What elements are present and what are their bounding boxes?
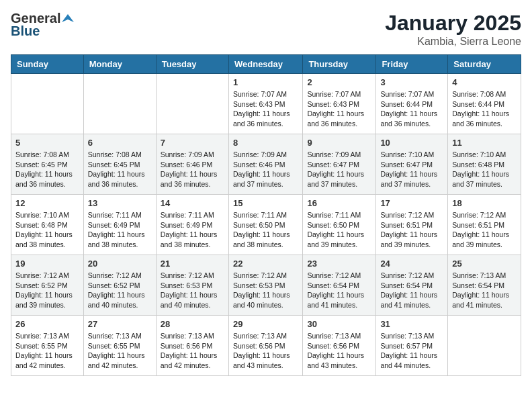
day-info: Sunrise: 7:13 AM Sunset: 6:55 PM Dayligh… [15,331,79,371]
calendar-header: January 2025 Kambia, Sierra Leone [385,11,521,48]
calendar-day-cell: 4Sunrise: 7:08 AM Sunset: 6:44 PM Daylig… [448,74,521,134]
calendar-day-cell: 19Sunrise: 7:12 AM Sunset: 6:52 PM Dayli… [11,255,84,316]
calendar-day-cell [448,316,521,376]
calendar-day-cell: 18Sunrise: 7:12 AM Sunset: 6:51 PM Dayli… [448,195,521,255]
weekday-header: Sunday [11,55,84,74]
day-info: Sunrise: 7:10 AM Sunset: 6:48 PM Dayligh… [15,210,79,250]
day-number: 24 [380,259,443,269]
day-number: 28 [161,319,224,329]
day-info: Sunrise: 7:11 AM Sunset: 6:49 PM Dayligh… [88,210,152,250]
logo: General Blue [11,11,74,39]
day-number: 2 [307,77,371,87]
day-number: 29 [233,319,298,329]
day-number: 25 [452,259,517,269]
weekday-header: Wednesday [228,55,302,74]
day-info: Sunrise: 7:12 AM Sunset: 6:51 PM Dayligh… [380,210,443,250]
day-info: Sunrise: 7:09 AM Sunset: 6:46 PM Dayligh… [233,150,298,189]
weekday-header: Monday [83,55,156,74]
calendar-title: January 2025 [385,11,521,36]
day-info: Sunrise: 7:09 AM Sunset: 6:47 PM Dayligh… [307,150,371,189]
weekday-header: Tuesday [156,55,228,74]
day-info: Sunrise: 7:12 AM Sunset: 6:52 PM Dayligh… [88,271,152,310]
calendar-day-cell: 10Sunrise: 7:10 AM Sunset: 6:47 PM Dayli… [376,134,448,195]
day-number: 10 [380,138,443,148]
day-number: 19 [15,259,79,269]
calendar-day-cell [11,74,84,134]
calendar-day-cell: 6Sunrise: 7:08 AM Sunset: 6:45 PM Daylig… [83,134,156,195]
day-info: Sunrise: 7:11 AM Sunset: 6:49 PM Dayligh… [161,210,224,250]
calendar-day-cell: 8Sunrise: 7:09 AM Sunset: 6:46 PM Daylig… [228,134,302,195]
day-number: 12 [15,198,79,208]
day-number: 21 [161,259,224,269]
day-number: 17 [380,198,443,208]
calendar-day-cell: 24Sunrise: 7:12 AM Sunset: 6:54 PM Dayli… [376,255,448,316]
day-info: Sunrise: 7:12 AM Sunset: 6:51 PM Dayligh… [452,210,517,250]
day-number: 31 [380,319,443,329]
calendar-day-cell: 13Sunrise: 7:11 AM Sunset: 6:49 PM Dayli… [83,195,156,255]
day-info: Sunrise: 7:13 AM Sunset: 6:56 PM Dayligh… [233,331,298,371]
calendar-day-cell: 21Sunrise: 7:12 AM Sunset: 6:53 PM Dayli… [156,255,228,316]
calendar-day-cell [156,74,228,134]
day-number: 8 [233,138,298,148]
day-number: 27 [88,319,152,329]
day-info: Sunrise: 7:12 AM Sunset: 6:54 PM Dayligh… [307,271,371,310]
calendar-subtitle: Kambia, Sierra Leone [385,36,521,48]
calendar-table: SundayMondayTuesdayWednesdayThursdayFrid… [11,54,521,376]
day-number: 18 [452,198,517,208]
day-info: Sunrise: 7:13 AM Sunset: 6:57 PM Dayligh… [380,331,443,371]
weekday-header-row: SundayMondayTuesdayWednesdayThursdayFrid… [11,55,521,74]
calendar-day-cell: 11Sunrise: 7:10 AM Sunset: 6:48 PM Dayli… [448,134,521,195]
day-info: Sunrise: 7:09 AM Sunset: 6:46 PM Dayligh… [161,150,224,189]
logo-bird-icon [62,13,74,25]
calendar-week-row: 19Sunrise: 7:12 AM Sunset: 6:52 PM Dayli… [11,255,521,316]
day-info: Sunrise: 7:08 AM Sunset: 6:44 PM Dayligh… [452,89,517,129]
day-number: 9 [307,138,371,148]
calendar-day-cell: 17Sunrise: 7:12 AM Sunset: 6:51 PM Dayli… [376,195,448,255]
calendar-week-row: 12Sunrise: 7:10 AM Sunset: 6:48 PM Dayli… [11,195,521,255]
calendar-day-cell: 30Sunrise: 7:13 AM Sunset: 6:56 PM Dayli… [303,316,376,376]
calendar-day-cell: 29Sunrise: 7:13 AM Sunset: 6:56 PM Dayli… [228,316,302,376]
calendar-day-cell: 20Sunrise: 7:12 AM Sunset: 6:52 PM Dayli… [83,255,156,316]
calendar-week-row: 26Sunrise: 7:13 AM Sunset: 6:55 PM Dayli… [11,316,521,376]
page-header: General Blue January 2025 Kambia, Sierra… [11,11,521,48]
day-number: 14 [161,198,224,208]
svg-marker-0 [62,14,74,22]
calendar-day-cell: 25Sunrise: 7:13 AM Sunset: 6:54 PM Dayli… [448,255,521,316]
calendar-day-cell: 27Sunrise: 7:13 AM Sunset: 6:55 PM Dayli… [83,316,156,376]
day-number: 1 [233,77,298,87]
day-number: 22 [233,259,298,269]
day-number: 30 [307,319,371,329]
day-number: 6 [88,138,152,148]
calendar-day-cell: 31Sunrise: 7:13 AM Sunset: 6:57 PM Dayli… [376,316,448,376]
day-number: 4 [452,77,517,87]
calendar-week-row: 1Sunrise: 7:07 AM Sunset: 6:43 PM Daylig… [11,74,521,134]
day-number: 23 [307,259,371,269]
day-info: Sunrise: 7:10 AM Sunset: 6:48 PM Dayligh… [452,150,517,189]
calendar-day-cell: 26Sunrise: 7:13 AM Sunset: 6:55 PM Dayli… [11,316,84,376]
day-info: Sunrise: 7:12 AM Sunset: 6:53 PM Dayligh… [161,271,224,310]
calendar-day-cell: 23Sunrise: 7:12 AM Sunset: 6:54 PM Dayli… [303,255,376,316]
day-info: Sunrise: 7:07 AM Sunset: 6:44 PM Dayligh… [380,89,443,129]
day-info: Sunrise: 7:13 AM Sunset: 6:56 PM Dayligh… [161,331,224,371]
calendar-day-cell: 28Sunrise: 7:13 AM Sunset: 6:56 PM Dayli… [156,316,228,376]
weekday-header: Saturday [448,55,521,74]
calendar-day-cell: 14Sunrise: 7:11 AM Sunset: 6:49 PM Dayli… [156,195,228,255]
day-number: 20 [88,259,152,269]
day-info: Sunrise: 7:08 AM Sunset: 6:45 PM Dayligh… [88,150,152,189]
calendar-day-cell: 5Sunrise: 7:08 AM Sunset: 6:45 PM Daylig… [11,134,84,195]
calendar-week-row: 5Sunrise: 7:08 AM Sunset: 6:45 PM Daylig… [11,134,521,195]
day-number: 16 [307,198,371,208]
weekday-header: Thursday [303,55,376,74]
day-info: Sunrise: 7:11 AM Sunset: 6:50 PM Dayligh… [307,210,371,250]
calendar-day-cell [83,74,156,134]
logo-blue: Blue [11,24,40,39]
day-info: Sunrise: 7:08 AM Sunset: 6:45 PM Dayligh… [15,150,79,189]
day-info: Sunrise: 7:12 AM Sunset: 6:54 PM Dayligh… [380,271,443,310]
calendar-day-cell: 3Sunrise: 7:07 AM Sunset: 6:44 PM Daylig… [376,74,448,134]
day-number: 26 [15,319,79,329]
day-info: Sunrise: 7:07 AM Sunset: 6:43 PM Dayligh… [233,89,298,129]
calendar-day-cell: 16Sunrise: 7:11 AM Sunset: 6:50 PM Dayli… [303,195,376,255]
weekday-header: Friday [376,55,448,74]
day-info: Sunrise: 7:11 AM Sunset: 6:50 PM Dayligh… [233,210,298,250]
day-info: Sunrise: 7:13 AM Sunset: 6:55 PM Dayligh… [88,331,152,371]
